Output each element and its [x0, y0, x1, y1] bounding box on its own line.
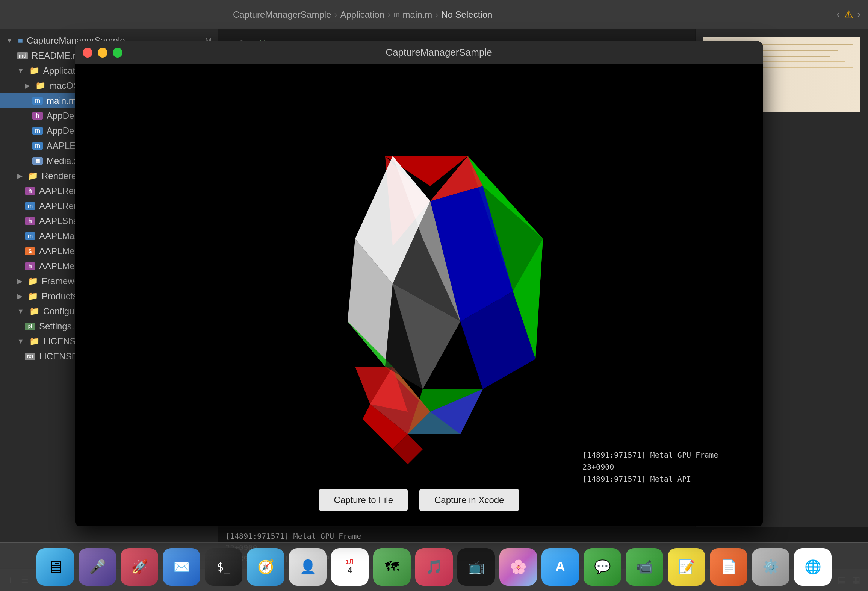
dock-calendar[interactable]: 1月 4 [331, 548, 369, 586]
safari-icon: 🧭 [257, 559, 274, 575]
maximize-button[interactable] [113, 48, 122, 58]
dock-maps[interactable]: 🗺 [373, 548, 411, 586]
breadcrumb-file[interactable]: main.m [403, 9, 432, 20]
terminal-icon: $_ [217, 560, 230, 573]
calendar-day: 4 [348, 565, 352, 575]
dock: 🖥 🎤 🚀 ✉️ $_ 🧭 👤 1月 4 🗺 🎵 📺 🌸 A 💬 📹 [0, 542, 868, 591]
dock-facetime[interactable]: 📹 [626, 548, 663, 586]
folder-icon: 📁 [28, 291, 38, 301]
breadcrumb-project[interactable]: CaptureManagerSample [233, 9, 331, 20]
floating-window: CaptureManagerSample [75, 41, 763, 526]
calendar-month: 1月 [346, 559, 354, 565]
console-line-gpu: [14891:971571] Metal GPU Frame [582, 449, 755, 461]
plist-icon: pl [25, 323, 35, 330]
dock-contacts[interactable]: 👤 [289, 548, 327, 586]
dock-chrome[interactable]: 🌐 [794, 548, 832, 586]
dock-messages[interactable]: 💬 [584, 548, 621, 586]
dock-prefs[interactable]: ⚙️ [752, 548, 789, 586]
maps-icon: 🗺 [385, 559, 399, 575]
breadcrumb-folder[interactable]: Application [340, 9, 384, 20]
dock-music[interactable]: 🎵 [415, 548, 453, 586]
project-icon: ■ [18, 36, 23, 45]
breadcrumb-sep1: › [334, 9, 337, 20]
m-file-icon: m [32, 97, 43, 105]
folder-icon: 📁 [28, 171, 38, 181]
close-button[interactable] [83, 48, 92, 58]
dock-launchpad[interactable]: 🚀 [121, 548, 158, 586]
h-file-icon: h [32, 112, 43, 120]
tab-nav-buttons: ‹ ⚠ › [836, 8, 860, 21]
swift-file-icon: S [25, 247, 35, 255]
m-file-icon: m [32, 142, 43, 150]
dock-tv[interactable]: 📺 [457, 548, 495, 586]
minimize-button[interactable] [98, 48, 107, 58]
breadcrumb-sep3: › [435, 9, 438, 20]
m-file-icon: m [32, 127, 43, 135]
chevron-right-icon: ▶ [25, 82, 30, 90]
warning-icon: ⚠ [844, 8, 853, 21]
mail-icon: ✉️ [173, 559, 190, 575]
sidebar-label-mainm: main.m [47, 95, 76, 106]
window-title: CaptureManagerSample [122, 47, 755, 58]
h-file-icon: h [25, 187, 35, 195]
window-buttons-bar: Capture to File Capture in Xcode [319, 489, 519, 511]
window-content: [14891:971571] Metal GPU Frame 23+0900 [… [75, 64, 763, 526]
nav-next-button[interactable]: › [857, 8, 860, 21]
window-titlebar: CaptureManagerSample [75, 41, 763, 64]
chevron-down-icon: ▼ [17, 308, 24, 315]
h-file-icon: h [25, 262, 35, 270]
sidebar-label-renderer: Renderer [42, 171, 79, 181]
pages-icon: 📄 [720, 559, 737, 575]
breadcrumb: CaptureManagerSample › Application › m m… [233, 9, 492, 20]
prefs-icon: ⚙️ [762, 559, 779, 575]
console-line-time: 23+0900 [582, 461, 755, 473]
chevron-right-icon: ▶ [17, 292, 23, 300]
siri-icon: 🎤 [89, 559, 106, 575]
dock-safari[interactable]: 🧭 [247, 548, 284, 586]
m-file-icon: m [25, 202, 35, 210]
m-file-icon: m [25, 232, 35, 240]
folder-icon: 📁 [29, 306, 39, 316]
window-controls [83, 48, 122, 58]
folder-icon: 📁 [28, 276, 38, 286]
messages-icon: 💬 [594, 559, 611, 575]
music-icon: 🎵 [426, 559, 443, 575]
photos-icon: 🌸 [510, 559, 527, 575]
notes-icon: 📝 [678, 559, 695, 575]
sidebar-label-products: Products [42, 291, 77, 302]
metal-cube-svg [250, 126, 588, 464]
finder-icon: 🖥 [46, 556, 64, 577]
folder-icon: 📁 [29, 336, 39, 346]
folder-icon: 📁 [29, 66, 39, 76]
dock-siri[interactable]: 🎤 [79, 548, 116, 586]
sidebar-label-macos: macOS [49, 80, 79, 91]
dock-appstore[interactable]: A [541, 548, 579, 586]
capture-to-file-button[interactable]: Capture to File [319, 489, 408, 511]
breadcrumb-file-icon: m [393, 10, 400, 19]
txt-icon: txt [25, 353, 35, 360]
console-line-api: [14891:971571] Metal API [582, 473, 755, 485]
dock-terminal[interactable]: $_ [205, 548, 242, 586]
window-console: [14891:971571] Metal GPU Frame 23+0900 [… [575, 445, 763, 489]
tab-bar: CaptureManagerSample › Application › m m… [0, 0, 868, 29]
breadcrumb-sep2: › [387, 9, 390, 20]
chevron-down-icon: ▼ [17, 338, 24, 346]
readme-icon: md [17, 52, 28, 59]
nav-prev-button[interactable]: ‹ [836, 8, 840, 21]
dock-pages[interactable]: 📄 [710, 548, 747, 586]
capture-in-xcode-button[interactable]: Capture in Xcode [419, 489, 519, 511]
chevron-down-icon: ▼ [6, 37, 13, 45]
contacts-icon: 👤 [299, 559, 316, 575]
chevron-right-icon: ▶ [17, 172, 23, 180]
appstore-icon: A [555, 559, 565, 575]
dock-finder[interactable]: 🖥 [36, 548, 74, 586]
breadcrumb-selection[interactable]: No Selection [441, 9, 492, 20]
tv-icon: 📺 [468, 559, 485, 575]
dock-mail[interactable]: ✉️ [163, 548, 200, 586]
dock-notes[interactable]: 📝 [668, 548, 705, 586]
launchpad-icon: 🚀 [131, 559, 148, 575]
dock-photos[interactable]: 🌸 [499, 548, 537, 586]
console-line-1: [14891:971571] Metal GPU Frame [225, 530, 860, 542]
chevron-down-icon: ▼ [17, 67, 24, 75]
h-file-icon: h [25, 217, 35, 225]
